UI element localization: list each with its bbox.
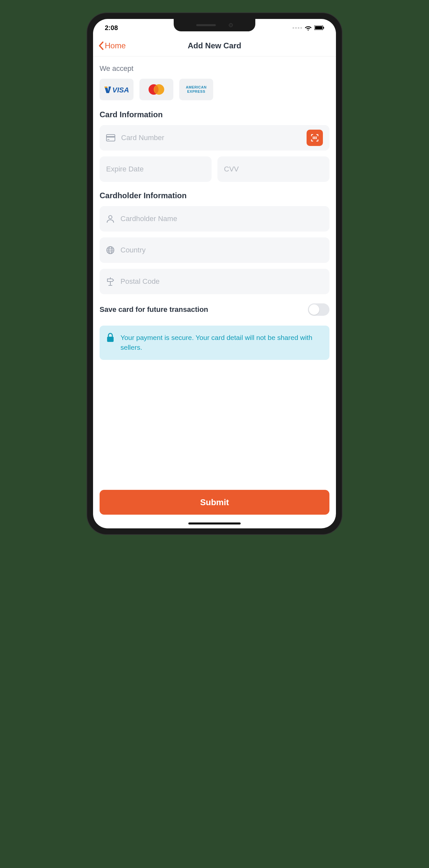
globe-icon (106, 246, 115, 254)
phone-screen: 2:08 Home Add New Card We accept VISA (93, 19, 336, 528)
submit-button[interactable]: Submit (99, 490, 330, 515)
svg-rect-1 (315, 26, 322, 29)
chevron-left-icon (98, 41, 104, 50)
cellular-dots-icon (293, 27, 302, 29)
svg-rect-9 (106, 136, 115, 137)
mastercard-logo (140, 79, 173, 100)
wifi-icon (305, 25, 312, 30)
we-accept-label: We accept (99, 64, 330, 73)
back-button[interactable]: Home (98, 41, 126, 50)
svg-rect-10 (108, 139, 110, 140)
scan-icon (310, 133, 319, 143)
status-time: 2:08 (105, 24, 118, 32)
visa-logo: VISA (99, 79, 133, 100)
save-card-row: Save card for future transaction (99, 303, 330, 316)
cardholder-name-field[interactable] (99, 206, 330, 231)
save-card-label: Save card for future transaction (99, 305, 208, 314)
battery-icon (314, 26, 324, 30)
country-input[interactable] (120, 246, 323, 254)
phone-frame: 2:08 Home Add New Card We accept VISA (87, 13, 342, 534)
page-title: Add New Card (188, 41, 241, 50)
cardholder-name-input[interactable] (120, 215, 323, 223)
back-label: Home (105, 41, 126, 50)
nav-bar: Home Add New Card (93, 37, 336, 57)
svg-rect-11 (313, 136, 313, 139)
toggle-knob (309, 304, 319, 315)
scan-card-button[interactable] (307, 130, 323, 146)
svg-rect-13 (314, 136, 315, 139)
notch (174, 19, 255, 31)
signpost-icon (106, 277, 115, 286)
lock-icon (106, 333, 115, 343)
expire-date-field[interactable] (99, 156, 212, 182)
svg-rect-15 (316, 136, 317, 139)
country-field[interactable] (99, 238, 330, 263)
card-number-field[interactable] (99, 125, 330, 151)
postal-code-input[interactable] (120, 277, 323, 286)
svg-text:AMERICAN: AMERICAN (186, 85, 206, 89)
card-info-heading: Card Information (99, 110, 330, 119)
home-indicator[interactable] (188, 523, 241, 524)
svg-point-16 (109, 216, 112, 219)
save-card-toggle[interactable] (308, 303, 330, 316)
svg-text:EXPRESS: EXPRESS (187, 90, 205, 93)
postal-code-field[interactable] (99, 269, 330, 294)
card-number-input[interactable] (121, 133, 301, 142)
accepted-cards: VISA AMERICANEXPRESS (99, 79, 330, 100)
cvv-input[interactable] (224, 165, 323, 174)
svg-rect-8 (106, 134, 115, 141)
security-notice: Your payment is secure. Your card detail… (99, 326, 330, 360)
cvv-field[interactable] (217, 156, 330, 182)
person-icon (106, 215, 115, 223)
svg-rect-2 (323, 27, 324, 29)
expire-date-input[interactable] (106, 165, 205, 174)
credit-card-icon (106, 134, 115, 142)
content: We accept VISA AMERICANEXPRESS Card Info… (93, 57, 336, 523)
amex-logo: AMERICANEXPRESS (179, 79, 213, 100)
svg-rect-12 (314, 136, 314, 139)
svg-rect-22 (107, 337, 114, 342)
cardholder-info-heading: Cardholder Information (99, 191, 330, 200)
status-right (293, 25, 324, 30)
svg-rect-14 (315, 136, 316, 139)
svg-text:VISA: VISA (112, 86, 129, 94)
security-notice-text: Your payment is secure. Your card detail… (120, 333, 323, 353)
